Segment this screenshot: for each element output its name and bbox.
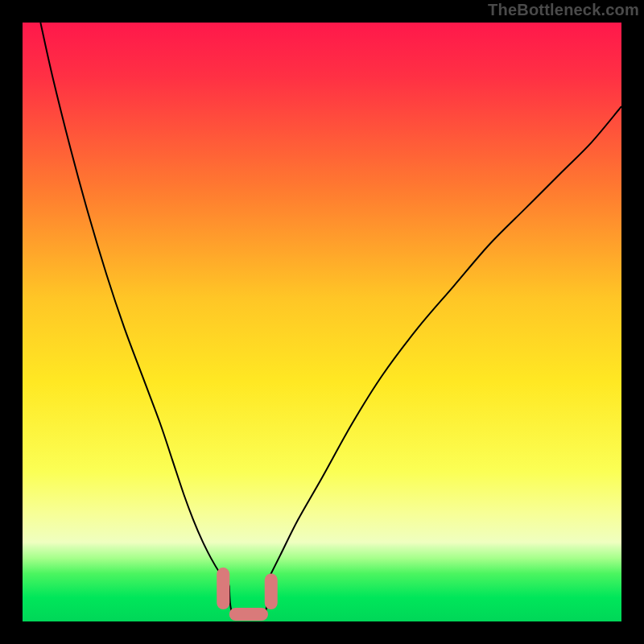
- plot-frame: [23, 23, 621, 621]
- watermark-text: TheBottleneck.com: [488, 1, 639, 19]
- marker-vertical-2: [265, 573, 278, 609]
- chart-stage: TheBottleneck.com: [0, 0, 644, 644]
- marker-group: [217, 568, 278, 621]
- optimum-markers: [23, 23, 621, 621]
- marker-horizontal-1: [229, 608, 268, 621]
- marker-vertical-0: [217, 568, 229, 609]
